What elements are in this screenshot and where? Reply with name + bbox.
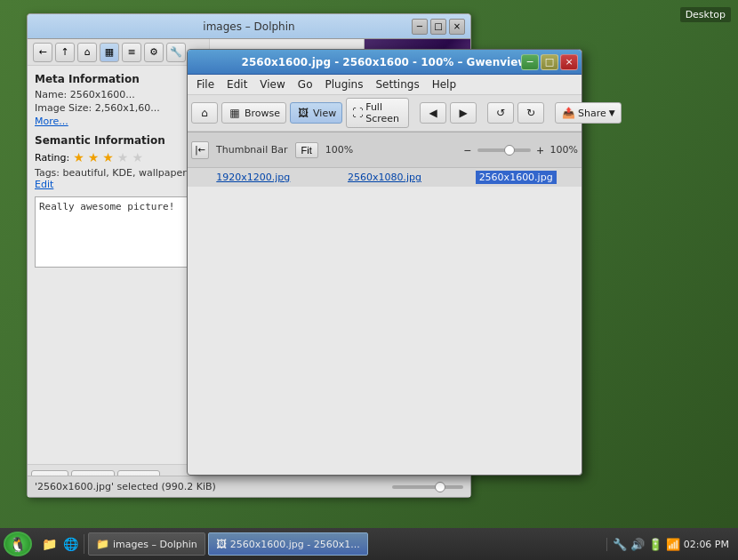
- filename-1[interactable]: 1920x1200.jpg: [213, 172, 293, 183]
- gwenview-toolbar: ⌂ ▦ Browse 🖼 View ⛶ Full Screen ◀ ▶: [188, 95, 582, 132]
- star-2[interactable]: ★: [88, 150, 100, 164]
- system-clock: 02:06 PM: [684, 539, 729, 550]
- dolphin-settings-button[interactable]: ⚙: [144, 43, 164, 62]
- tags-value: beautiful, KDE, wallpaper: [63, 167, 187, 179]
- browse-button[interactable]: ▦ Browse: [221, 102, 286, 124]
- thumbstrip-back-button[interactable]: |←: [191, 141, 209, 159]
- dolphin-minimize-button[interactable]: −: [412, 19, 428, 35]
- gwenview-task-icon: 🖼: [216, 538, 227, 550]
- thumbnail-bar-label: Thumbnail Bar: [213, 144, 292, 156]
- menu-help[interactable]: Help: [427, 76, 461, 92]
- filename-3-selected[interactable]: 2560x1600.jpg: [476, 171, 557, 184]
- dolphin-left-panel: ← ↑ ⌂ ▦ ≡ ⚙ 🔧 Meta Information Name: 256…: [28, 39, 210, 492]
- tags-edit-link[interactable]: Edit: [35, 179, 53, 190]
- gwenview-filename-strip: 1920x1200.jpg 2560x1080.jpg 2560x1600.jp…: [188, 167, 582, 187]
- dolphin-zoom-slider[interactable]: [392, 485, 463, 489]
- dolphin-statusbar: '2560x1600.jpg' selected (990.2 KiB): [28, 476, 470, 497]
- dolphin-task-icon: 📁: [96, 538, 109, 550]
- start-button[interactable]: 🐧: [4, 532, 32, 556]
- rating-label: Rating:: [35, 152, 69, 164]
- dolphin-close-button[interactable]: ×: [449, 19, 465, 35]
- next-icon: ▶: [456, 106, 470, 120]
- prev-button[interactable]: ◀: [420, 102, 446, 124]
- dolphin-home-button[interactable]: ⌂: [77, 43, 97, 62]
- dolphin-icon-view-button[interactable]: ▦: [100, 43, 119, 62]
- systray-volume-icon[interactable]: 🔊: [630, 538, 645, 551]
- fullscreen-label: Full Screen: [365, 101, 403, 124]
- zoom-slider[interactable]: [477, 148, 531, 152]
- menu-file[interactable]: File: [191, 76, 220, 92]
- gwenview-window: 2560x1600.jpg - 2560x1600 - 100% – Gwenv…: [187, 49, 582, 476]
- quick-launch-icon-2[interactable]: 🌐: [60, 534, 80, 554]
- zoom-in-button[interactable]: +: [533, 143, 548, 157]
- systray-wifi-icon[interactable]: 📶: [666, 538, 680, 551]
- gwenview-close-button[interactable]: ×: [560, 54, 578, 70]
- gwenview-minimize-button[interactable]: −: [521, 54, 539, 70]
- taskbar-task-dolphin[interactable]: 📁 images – Dolphin: [88, 532, 205, 556]
- quick-launch-icon-1[interactable]: 📁: [39, 534, 59, 554]
- gwenview-menubar: File Edit View Go Plugins Settings Help: [188, 75, 582, 95]
- fullscreen-icon: ⛶: [352, 106, 363, 120]
- view-label: View: [313, 108, 336, 119]
- gwenview-titlebar: 2560x1600.jpg - 2560x1600 - 100% – Gwenv…: [188, 50, 582, 75]
- menu-settings[interactable]: Settings: [370, 76, 424, 92]
- dolphin-up-button[interactable]: ↑: [55, 43, 75, 62]
- toolbar-home-button[interactable]: ⌂: [191, 102, 218, 124]
- dolphin-back-button[interactable]: ←: [33, 43, 52, 62]
- next-button[interactable]: ▶: [450, 102, 477, 124]
- menu-view[interactable]: View: [254, 76, 290, 92]
- semantic-information-section: Semantic Information Rating: ★ ★ ★ ★ ★ T…: [28, 134, 209, 277]
- meta-more-link[interactable]: More...: [35, 116, 202, 127]
- zoom-out-percent: 100%: [550, 144, 578, 156]
- dolphin-titlebar: images – Dolphin − □ ×: [28, 14, 470, 39]
- share-button[interactable]: 📤 Share ▼: [555, 102, 622, 124]
- systray-battery-icon[interactable]: 🔋: [648, 538, 662, 551]
- semantic-information-title: Semantic Information: [35, 134, 202, 147]
- zoom-out-button[interactable]: −: [461, 143, 475, 157]
- rotate-right-button[interactable]: ↻: [517, 102, 544, 124]
- meta-imagesize-value: 2,560x1,60...: [95, 102, 160, 114]
- dolphin-tools-button[interactable]: 🔧: [166, 43, 186, 62]
- gwenview-maximize-button[interactable]: □: [541, 54, 558, 70]
- menu-edit[interactable]: Edit: [221, 76, 253, 92]
- dolphin-title: images – Dolphin: [203, 20, 294, 33]
- dolphin-zoom-track: [392, 485, 463, 489]
- meta-information-section: Meta Information Name: 2560x1600... Imag…: [28, 66, 209, 134]
- zoom-control: − + 100%: [461, 143, 578, 157]
- gwenview-window-buttons: − □ ×: [521, 54, 578, 70]
- menu-go[interactable]: Go: [293, 76, 318, 92]
- view-button[interactable]: 🖼 View: [290, 102, 342, 124]
- dolphin-task-label: images – Dolphin: [113, 539, 197, 550]
- browse-icon: ▦: [228, 106, 242, 120]
- dolphin-window-buttons: − □ ×: [412, 19, 465, 35]
- home-icon: ⌂: [197, 106, 212, 120]
- menu-plugins[interactable]: Plugins: [319, 76, 368, 92]
- fit-button[interactable]: Fit: [295, 142, 318, 158]
- tags-label: Tags:: [35, 167, 60, 179]
- desktop-label: Desktop: [680, 7, 731, 22]
- desktop: Desktop images – Dolphin − □ × ← ↑ ⌂ ▦ ≡…: [0, 0, 738, 560]
- quick-launch: 📁 🌐: [36, 534, 84, 554]
- tags-row: Tags: beautiful, KDE, wallpaper Edit: [35, 167, 202, 190]
- dolphin-maximize-button[interactable]: □: [430, 19, 446, 35]
- filename-2[interactable]: 2560x1080.jpg: [344, 172, 425, 183]
- dolphin-zoom-thumb: [435, 482, 445, 492]
- star-5[interactable]: ★: [132, 150, 143, 164]
- comment-textbox[interactable]: Really awesome picture!: [35, 196, 202, 268]
- meta-imagesize-label: Image Size:: [35, 102, 92, 114]
- browse-label: Browse: [245, 108, 280, 119]
- share-chevron-icon: ▼: [609, 108, 615, 117]
- dolphin-detail-view-button[interactable]: ≡: [122, 43, 141, 62]
- star-3[interactable]: ★: [102, 150, 114, 164]
- system-tray: 🔧 🔊 🔋 📶 02:06 PM: [606, 538, 734, 551]
- star-4[interactable]: ★: [117, 150, 129, 164]
- meta-imagesize-row: Image Size: 2,560x1,60...: [35, 102, 202, 114]
- dolphin-toolbar: ← ↑ ⌂ ▦ ≡ ⚙ 🔧: [28, 39, 209, 66]
- fullscreen-button[interactable]: ⛶ Full Screen: [346, 98, 409, 128]
- rotate-right-icon: ↻: [524, 106, 538, 120]
- star-1[interactable]: ★: [73, 150, 84, 164]
- taskbar-task-gwenview[interactable]: 🖼 2560x1600.jpg - 2560x1...: [208, 532, 368, 556]
- rotate-left-button[interactable]: ↺: [487, 102, 514, 124]
- systray-tools-icon[interactable]: 🔧: [613, 538, 627, 551]
- prev-icon: ◀: [426, 106, 440, 120]
